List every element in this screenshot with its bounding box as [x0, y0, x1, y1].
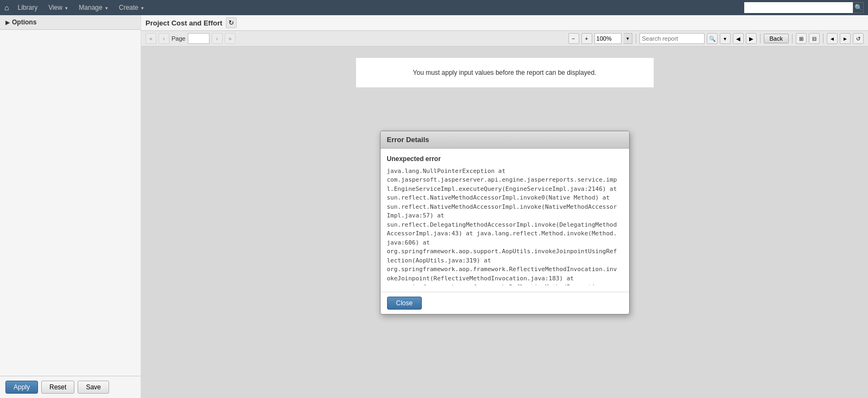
create-menu-arrow: ▾: [141, 5, 144, 11]
search-next-button[interactable]: ▶: [746, 33, 757, 44]
search-report-dropdown[interactable]: ▾: [720, 33, 731, 44]
search-report-button[interactable]: 🔍: [707, 33, 718, 44]
view-menu[interactable]: View ▾: [44, 3, 72, 12]
manage-menu-arrow: ▾: [105, 5, 108, 11]
save-button[interactable]: Save: [78, 381, 109, 394]
create-menu[interactable]: Create ▾: [115, 3, 148, 12]
main-layout: ▶ Options Apply Reset Save Project Cost …: [0, 15, 868, 398]
dialog-scroll-area[interactable]: Unexpected error java.lang.NullPointerEx…: [387, 155, 623, 285]
sidebar-title: Options: [12, 18, 36, 26]
sidebar-body: [0, 30, 141, 376]
close-button[interactable]: Close: [387, 297, 422, 310]
export-button-2[interactable]: ⊟: [809, 33, 820, 44]
options-sidebar: ▶ Options Apply Reset Save: [0, 15, 141, 398]
top-search-input[interactable]: [744, 2, 853, 13]
error-heading: Unexpected error: [387, 155, 620, 163]
zoom-input[interactable]: [594, 33, 622, 44]
zoom-dropdown[interactable]: ▾: [624, 33, 632, 44]
top-search-button[interactable]: 🔍: [853, 2, 864, 13]
library-menu[interactable]: Library: [13, 3, 42, 12]
separator-3: [792, 34, 793, 43]
zoom-out-button[interactable]: −: [568, 33, 579, 44]
page-label: Page: [172, 35, 186, 42]
options-icon: ▶: [5, 20, 10, 25]
zoom-in-button[interactable]: +: [581, 33, 592, 44]
nav-back-button[interactable]: ◄: [827, 33, 838, 44]
dialog-overlay: Error Details Unexpected error java.lang…: [141, 47, 868, 398]
content-area: Project Cost and Effort ↻ « ‹ Page › » −…: [141, 15, 868, 398]
report-content: You must apply input values before the r…: [141, 47, 868, 398]
export-button-1[interactable]: ⊞: [796, 33, 807, 44]
error-stack-trace: java.lang.NullPointerException at com.ja…: [387, 167, 620, 285]
next-page-button[interactable]: ›: [212, 33, 223, 44]
nav-refresh-button[interactable]: ↺: [853, 33, 864, 44]
first-page-button[interactable]: «: [145, 33, 156, 44]
dialog-title: Error Details: [381, 131, 629, 149]
view-menu-arrow: ▾: [65, 5, 68, 11]
report-title: Project Cost and Effort: [145, 19, 223, 27]
sidebar-header: ▶ Options: [0, 15, 141, 30]
nav-forward-button[interactable]: ►: [840, 33, 851, 44]
sidebar-footer: Apply Reset Save: [0, 376, 141, 398]
dialog-footer: Close: [381, 292, 629, 314]
separator-2: [760, 34, 761, 43]
separator-1: [636, 34, 636, 43]
top-search: 🔍: [744, 2, 864, 13]
search-prev-button[interactable]: ◀: [733, 33, 744, 44]
report-toolbar: « ‹ Page › » − + ▾ 🔍 ▾ ◀ ▶ Back ⊞ ⊟ ◄: [141, 31, 868, 47]
reset-button[interactable]: Reset: [41, 381, 74, 394]
home-icon[interactable]: ⌂: [4, 3, 9, 12]
refresh-button[interactable]: ↻: [226, 17, 237, 28]
back-button[interactable]: Back: [764, 34, 789, 43]
apply-button[interactable]: Apply: [5, 381, 38, 394]
manage-menu[interactable]: Manage ▾: [74, 3, 112, 12]
dialog-body: Unexpected error java.lang.NullPointerEx…: [381, 149, 629, 292]
prev-page-button[interactable]: ‹: [159, 33, 169, 44]
top-navigation: ⌂ Library View ▾ Manage ▾ Create ▾ 🔍: [0, 0, 868, 15]
last-page-button[interactable]: »: [225, 33, 236, 44]
page-input[interactable]: [188, 33, 210, 44]
separator-4: [823, 34, 823, 43]
error-dialog: Error Details Unexpected error java.lang…: [380, 131, 630, 314]
search-report-input[interactable]: [639, 33, 705, 44]
report-header: Project Cost and Effort ↻: [141, 15, 868, 31]
